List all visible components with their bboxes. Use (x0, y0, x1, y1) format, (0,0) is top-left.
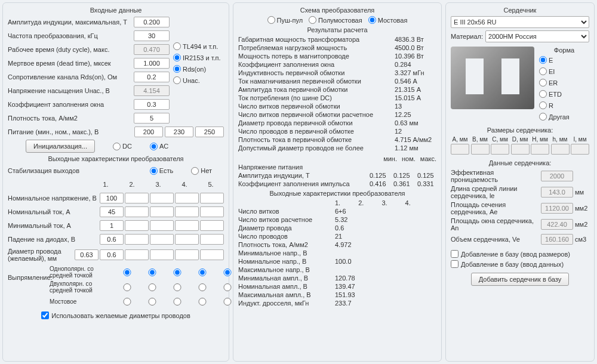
shape-ETD[interactable]: ETD (539, 90, 589, 98)
out-val[interactable] (150, 234, 174, 245)
result-row: Потребляемая нагрузкой мощность4500.0 Вт (238, 44, 436, 51)
radio-halfbridge[interactable]: Полумостовая (309, 16, 362, 24)
init-button[interactable]: Инициализация... (26, 140, 95, 153)
radio-rdson[interactable]: Rds(on) (173, 65, 224, 73)
result-row: Коэффициент заполнения окна0.284 (238, 61, 436, 68)
input-rdson[interactable] (134, 72, 170, 82)
add-core-button[interactable]: Добавить сердечник в базу (471, 273, 570, 286)
out-chars-title: Выходные характеристики преобразователя (8, 155, 224, 162)
shape-E[interactable]: E (539, 56, 589, 64)
out-val[interactable] (200, 206, 224, 217)
size-input (571, 144, 589, 155)
wire-dia[interactable] (150, 249, 174, 260)
size-input (511, 144, 530, 155)
add-data-check[interactable]: Добавление в базу (ввод данных) (451, 260, 589, 268)
input-duty (134, 44, 170, 55)
radio-stab-yes[interactable]: Есть (150, 167, 173, 175)
core-select[interactable]: E III 20x56 RU (451, 16, 589, 28)
radio-ir2153[interactable]: IR2153 и т.п. (173, 54, 224, 61)
size-input (491, 144, 509, 155)
out-val[interactable] (125, 193, 149, 203)
wire-dia[interactable] (100, 249, 124, 260)
use-wire-check[interactable]: Использовать желаемые диаметры проводов (8, 311, 224, 319)
shape-Другая[interactable]: Другая (539, 113, 589, 121)
input-usat (134, 85, 170, 96)
result-row: Габаритная мощность трансформатора4836.3… (238, 36, 436, 43)
radio-ac[interactable]: AC (150, 143, 168, 150)
shape-EI[interactable]: EI (539, 67, 589, 75)
out-val[interactable] (125, 206, 149, 217)
shape-R[interactable]: R (539, 101, 589, 109)
input-bmax[interactable] (134, 17, 170, 27)
out-val[interactable] (100, 220, 124, 231)
add-sizes-check[interactable]: Добавление в базу (ввод размеров) (451, 250, 589, 258)
wire-dia[interactable] (125, 249, 149, 260)
supply-min[interactable] (134, 127, 163, 137)
out-val[interactable] (100, 234, 124, 245)
shape-ER[interactable]: ER (539, 79, 589, 87)
size-input (531, 144, 549, 155)
result-row: Плотность тока в первичной обмотке4.715 … (238, 136, 436, 143)
wire-dia[interactable] (75, 249, 99, 260)
radio-stab-no[interactable]: Нет (191, 167, 212, 175)
size-input (471, 144, 490, 155)
result-row: Число проводов в первичной обмотке12 (238, 128, 436, 135)
radio-dc[interactable]: DC (113, 143, 132, 150)
radio-usat[interactable]: Uнас. (173, 76, 224, 84)
core-image (451, 47, 534, 109)
results-panel: Схема преобразователя Пуш-пул Полумостов… (233, 2, 442, 362)
radio-bridge[interactable]: Мостовая (368, 16, 408, 24)
out-val[interactable] (100, 193, 124, 203)
result-row: Индуктивность первичной обмотки3.327 мГн (238, 69, 436, 76)
result-row: Диаметр провода первичной обмотки0.63 мм (238, 119, 436, 127)
out-val[interactable] (125, 220, 149, 231)
out-val[interactable] (200, 220, 224, 231)
core-panel: Сердечник E III 20x56 RU Материал:2000НМ… (445, 2, 595, 362)
input-title: Входные данные (8, 7, 224, 14)
result-row: Мощность потерь в магнитопроводе10.396 В… (238, 53, 436, 60)
out-val[interactable] (175, 206, 199, 217)
result-row: Амплитуда тока первичной обмотки21.315 А (238, 86, 436, 93)
out-val[interactable] (150, 220, 174, 231)
result-row: Ток потребления (по шине DC)15.015 А (238, 94, 436, 101)
out-val[interactable] (200, 234, 224, 245)
supply-nom[interactable] (165, 127, 193, 137)
result-row: Число витков первичной обмотки13 (238, 103, 436, 110)
result-row: Число витков первичной обмотки расчетное… (238, 111, 436, 118)
wire-dia[interactable] (175, 249, 199, 260)
out-val[interactable] (175, 234, 199, 245)
input-jdens[interactable] (134, 113, 170, 124)
size-input (551, 144, 570, 155)
row-b-amp: Амплитуда индукции, максимальная, Т (8, 16, 170, 28)
radio-tl494[interactable]: TL494 и т.п. (173, 42, 224, 50)
size-input (451, 144, 469, 155)
radio-pushpull[interactable]: Пуш-пул (267, 16, 303, 24)
out-val[interactable] (150, 193, 174, 203)
result-row: Допустимый диаметр проводов не более1.12… (238, 144, 436, 152)
out-val[interactable] (200, 193, 224, 203)
supply-max[interactable] (195, 127, 224, 137)
out-val[interactable] (175, 220, 199, 231)
input-panel: Входные данные Амплитуда индукции, макси… (2, 2, 229, 362)
input-freq[interactable] (134, 30, 170, 41)
material-select[interactable]: 2000НМ Россия (485, 30, 589, 42)
input-fill[interactable] (134, 99, 170, 110)
out-val[interactable] (150, 206, 174, 217)
wire-dia[interactable] (200, 249, 224, 260)
result-row: Ток намагничивания первичной обмотки0.54… (238, 78, 436, 85)
input-deadtime[interactable] (134, 58, 170, 69)
out-val[interactable] (125, 234, 149, 245)
out-val[interactable] (100, 206, 124, 217)
out-val[interactable] (175, 193, 199, 203)
